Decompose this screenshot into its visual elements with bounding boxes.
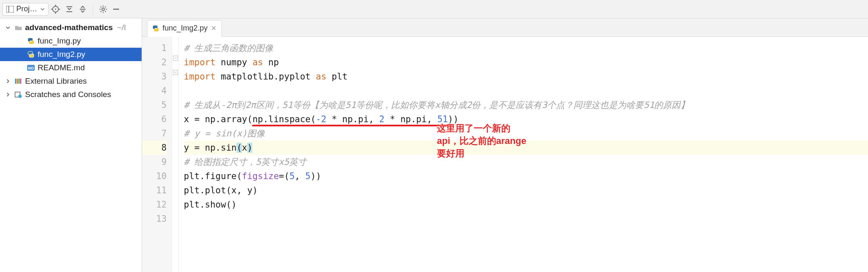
code-line[interactable]: import numpy as np: [184, 55, 868, 69]
svg-point-11: [102, 8, 104, 10]
tree-file[interactable]: func_Img.py: [0, 34, 142, 48]
fold-mark-icon[interactable]: −: [173, 70, 178, 75]
python-file-icon: [27, 38, 35, 44]
line-number: 12: [142, 198, 167, 212]
line-number: 1: [142, 41, 167, 55]
line-number: 9: [142, 155, 167, 169]
project-tree[interactable]: advanced-mathematics ~/I func_Img.pyfunc…: [0, 18, 142, 272]
editor-tabs: func_Img2.py ✕: [142, 18, 868, 37]
tree-file[interactable]: func_Img2.py: [0, 48, 142, 61]
tree-root-path: ~/I: [117, 23, 126, 32]
tab-active[interactable]: func_Img2.py ✕: [147, 20, 222, 37]
code-line[interactable]: # 生成从-2π到2π区间，51等份【为啥是51等份呢，比如你要将x轴分成2份，…: [184, 98, 868, 112]
locate-file-button[interactable]: [48, 3, 63, 15]
hide-panel-button[interactable]: [110, 3, 122, 15]
svg-line-16: [101, 6, 102, 7]
line-number: 8: [142, 141, 167, 155]
project-tool-button[interactable]: Proj…: [3, 3, 48, 15]
svg-point-28: [18, 95, 22, 98]
tree-scratches[interactable]: Scratches and Consoles: [0, 88, 142, 101]
annotation-line-1: 这里用了一个新的: [437, 122, 526, 135]
tree-root[interactable]: advanced-mathematics ~/I: [0, 21, 142, 34]
line-number: 6: [142, 112, 167, 126]
code-line[interactable]: import matplotlib.pyplot as plt: [184, 69, 868, 84]
expand-all-button[interactable]: [63, 3, 76, 15]
line-number: 5: [142, 98, 167, 112]
tree-file-label: func_Img2.py: [38, 50, 85, 59]
annotation-overlay: 这里用了一个新的 api，比之前的arange 要好用: [437, 122, 526, 160]
fold-column: − −: [172, 37, 179, 272]
toolbar-divider: [93, 3, 93, 15]
project-panel-icon: [6, 6, 14, 13]
svg-rect-23: [15, 79, 16, 84]
tree-external-label: External Libraries: [25, 77, 87, 86]
tree-file[interactable]: MDREADME.md: [0, 61, 142, 74]
line-number: 10: [142, 169, 167, 183]
line-number: 3: [142, 69, 167, 84]
project-toolbar: Proj…: [0, 0, 868, 18]
line-number: 7: [142, 126, 167, 141]
code-area[interactable]: # 生成三角函数的图像import numpy as npimport matp…: [179, 37, 868, 272]
svg-line-18: [101, 11, 102, 12]
scratches-icon: [14, 91, 23, 98]
code-editor[interactable]: 12345678910111213 − − # 生成三角函数的图像import …: [142, 37, 868, 272]
line-number: 13: [142, 212, 167, 226]
chevron-right-icon[interactable]: [6, 79, 12, 83]
chevron-right-icon[interactable]: [6, 92, 12, 97]
line-number: 11: [142, 183, 167, 198]
svg-point-7: [55, 8, 56, 10]
tree-external-libraries[interactable]: External Libraries: [0, 74, 142, 88]
code-line[interactable]: [184, 84, 868, 98]
chevron-down-icon[interactable]: [6, 26, 12, 30]
collapse-all-button[interactable]: [76, 3, 89, 15]
line-number: 4: [142, 84, 167, 98]
svg-rect-24: [17, 79, 18, 84]
close-icon[interactable]: ✕: [211, 24, 216, 32]
code-line[interactable]: plt.plot(x, y): [184, 183, 868, 198]
gutter: 12345678910111213: [142, 37, 172, 272]
folder-icon: [14, 25, 23, 31]
svg-rect-25: [18, 79, 20, 84]
annotation-line-2: api，比之前的arange: [437, 135, 526, 147]
settings-button[interactable]: [96, 3, 110, 15]
code-line[interactable]: # 生成三角函数的图像: [184, 41, 868, 55]
tree-file-label: func_Img.py: [38, 36, 81, 46]
chevron-down-icon: [41, 8, 45, 10]
svg-line-19: [105, 6, 106, 7]
svg-line-17: [105, 11, 106, 12]
fold-mark-icon[interactable]: −: [173, 56, 178, 61]
tab-label: func_Img2.py: [162, 24, 208, 33]
tree-file-label: README.md: [38, 63, 85, 72]
libraries-icon: [14, 78, 23, 85]
code-line[interactable]: [184, 212, 868, 226]
tree-scratches-label: Scratches and Consoles: [25, 90, 111, 99]
code-line[interactable]: plt.show(): [184, 198, 868, 212]
annotation-line-3: 要好用: [437, 147, 526, 160]
svg-rect-26: [20, 79, 21, 84]
project-tool-label: Proj…: [16, 5, 37, 13]
svg-rect-0: [6, 6, 14, 13]
python-file-icon: [27, 51, 35, 58]
markdown-file-icon: MD: [27, 65, 35, 71]
tree-root-label: advanced-mathematics: [25, 23, 113, 32]
code-line[interactable]: plt.figure(figsize=(5, 5)): [184, 169, 868, 183]
line-number: 2: [142, 55, 167, 69]
svg-text:MD: MD: [28, 66, 34, 70]
python-file-icon: [152, 25, 159, 32]
